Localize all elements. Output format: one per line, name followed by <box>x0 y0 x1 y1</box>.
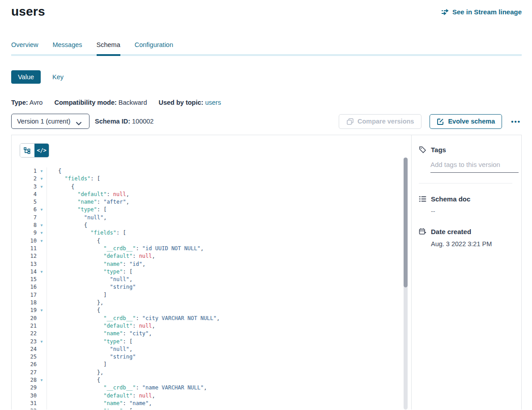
fold-caret-icon[interactable]: ▼ <box>37 222 47 229</box>
fold-caret-icon[interactable]: ▼ <box>37 183 47 191</box>
code-text: { <box>47 237 100 245</box>
code-text: "__crdb__": "city VARCHAR NOT NULL", <box>47 315 220 322</box>
fold-caret-empty <box>37 252 47 260</box>
code-text: }, <box>47 369 103 376</box>
code-text: "name": "city", <box>47 330 152 337</box>
fold-caret-icon[interactable]: ▼ <box>37 167 47 175</box>
fold-caret-icon[interactable]: ▼ <box>37 229 47 237</box>
chevron-down-icon <box>76 120 84 123</box>
more-options-button[interactable]: ••• <box>510 116 522 127</box>
meta-compatibility: Compatibility mode: Backward <box>54 99 147 106</box>
version-bar: Version 1 (current) Schema ID: 100002 Co… <box>11 114 522 129</box>
code-line: 32▼ "type": [ <box>20 407 411 410</box>
code-text: "default": null, <box>47 191 129 198</box>
fold-caret-empty <box>37 322 47 330</box>
code-text: "type": [ <box>47 338 132 346</box>
tab-overview[interactable]: Overview <box>11 41 38 54</box>
line-number: 12 <box>20 252 37 260</box>
fold-caret-empty <box>37 276 47 283</box>
tab-configuration[interactable]: Configuration <box>135 41 173 54</box>
code-text: "default": null, <box>47 322 155 330</box>
line-number: 3 <box>20 183 37 191</box>
meta-type-value: Avro <box>30 99 43 106</box>
code-line: 1▼{ <box>20 167 411 175</box>
code-line: 10▼ { <box>20 237 411 245</box>
version-select[interactable]: Version 1 (current) <box>11 114 89 129</box>
line-number: 25 <box>20 353 37 361</box>
evolve-schema-label: Evolve schema <box>448 118 495 125</box>
tab-schema[interactable]: Schema <box>97 41 120 54</box>
code-line: 20 "__crdb__": "city VARCHAR NOT NULL", <box>20 315 411 322</box>
fold-caret-empty <box>37 261 47 268</box>
line-number: 15 <box>20 276 37 283</box>
code-line: 31 "name": "name", <box>20 400 411 407</box>
code-view-button[interactable]: </> <box>34 144 49 157</box>
fold-caret-icon[interactable]: ▼ <box>37 206 47 214</box>
evolve-schema-button[interactable]: Evolve schema <box>430 114 502 129</box>
meta-compat-value: Backward <box>119 99 147 106</box>
code-text: { <box>47 307 100 314</box>
fold-caret-empty <box>37 191 47 198</box>
fold-caret-icon[interactable]: ▼ <box>37 307 47 314</box>
add-tags-input[interactable] <box>430 160 519 173</box>
fold-caret-empty <box>37 392 47 400</box>
value-button[interactable]: Value <box>11 70 41 84</box>
fold-caret-icon[interactable]: ▼ <box>37 237 47 245</box>
code-line: 14▼ "type": [ <box>20 268 411 276</box>
fold-caret-icon[interactable]: ▼ <box>37 407 47 410</box>
schema-sidebar: Tags Schema doc -- <box>411 135 521 410</box>
line-number: 9 <box>20 229 37 237</box>
fold-caret-icon[interactable]: ▼ <box>37 376 47 384</box>
code-line: 22 "name": "city", <box>20 330 411 337</box>
line-number: 8 <box>20 222 37 229</box>
code-line: 19▼ { <box>20 307 411 314</box>
version-select-value: Version 1 (current) <box>17 118 70 125</box>
tags-section: Tags <box>419 146 512 184</box>
code-text: "string" <box>47 283 136 291</box>
fold-caret-icon[interactable]: ▼ <box>37 338 47 346</box>
code-line: 9▼ "fields": [ <box>20 229 411 237</box>
schema-doc-value: -- <box>431 208 512 215</box>
fold-caret-empty <box>37 291 47 299</box>
date-created-value: Aug. 3 2022 3:21 PM <box>431 240 512 248</box>
line-number: 32 <box>20 407 37 410</box>
code-line: 6▼ "type": [ <box>20 206 411 214</box>
fold-caret-empty <box>37 330 47 337</box>
topic-link[interactable]: users <box>205 99 221 106</box>
schema-meta-row: Type: Avro Compatibility mode: Backward … <box>11 99 522 106</box>
fold-caret-empty <box>37 384 47 392</box>
line-number: 18 <box>20 299 37 307</box>
fold-caret-empty <box>37 353 47 361</box>
tree-view-button[interactable] <box>20 144 34 157</box>
schema-doc-section: Schema doc -- <box>419 195 512 215</box>
fold-caret-empty <box>37 400 47 407</box>
code-scrollbar-track[interactable] <box>404 158 408 410</box>
code-line: 28▼ { <box>20 376 411 384</box>
line-number: 29 <box>20 384 37 392</box>
line-number: 16 <box>20 283 37 291</box>
line-number: 27 <box>20 369 37 376</box>
tags-heading: Tags <box>431 146 446 154</box>
line-number: 30 <box>20 392 37 400</box>
tab-messages[interactable]: Messages <box>52 41 82 54</box>
code-line: 12 "default": null, <box>20 252 411 260</box>
code-editor: 1▼{2▼ "fields": [3▼ {4 "default": null,5… <box>20 167 411 410</box>
schema-panel: </> 1▼{2▼ "fields": [3▼ {4 "default": nu… <box>11 135 522 410</box>
calendar-plus-icon <box>419 228 426 235</box>
schema-id-value: 100002 <box>132 118 153 125</box>
fold-caret-empty <box>37 361 47 368</box>
fold-caret-empty <box>37 283 47 291</box>
meta-type: Type: Avro <box>11 99 43 106</box>
compare-versions-button[interactable]: Compare versions <box>339 114 422 129</box>
code-scrollbar-thumb[interactable] <box>404 158 408 287</box>
code-line: 15 "null", <box>20 276 411 283</box>
meta-topic-label: Used by topic: <box>158 99 203 106</box>
key-button[interactable]: Key <box>52 73 64 81</box>
fold-caret-icon[interactable]: ▼ <box>37 268 47 276</box>
line-number: 5 <box>20 198 37 206</box>
line-number: 13 <box>20 261 37 268</box>
line-number: 1 <box>20 167 37 175</box>
code-line: 26 ] <box>20 361 411 368</box>
fold-caret-icon[interactable]: ▼ <box>37 175 47 183</box>
stream-lineage-link[interactable]: See in Stream lineage <box>441 8 522 16</box>
